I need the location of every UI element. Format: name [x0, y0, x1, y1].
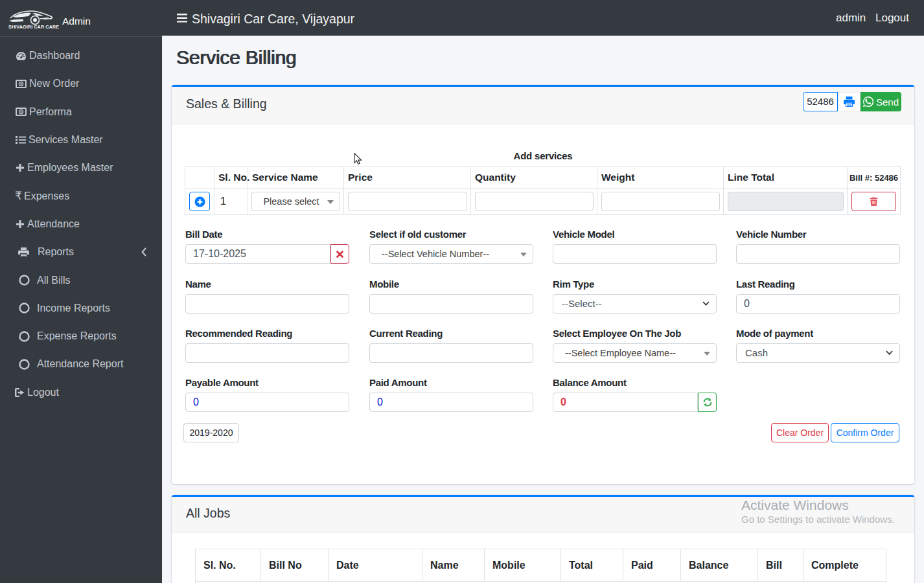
svg-text:SHIVAGIRI CAR CARE: SHIVAGIRI CAR CARE — [8, 24, 59, 30]
